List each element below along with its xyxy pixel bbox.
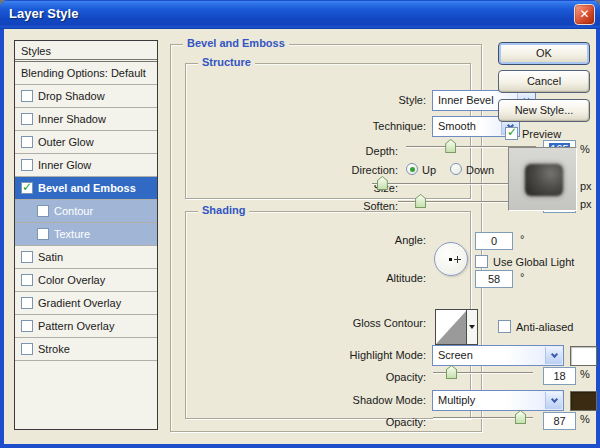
shadow-color-swatch[interactable]	[570, 391, 597, 411]
style-item-checkbox[interactable]	[21, 297, 33, 309]
soften-slider-thumb[interactable]	[415, 194, 426, 208]
style-item-label: Satin	[38, 251, 63, 263]
shading-group: Shading Angle: 0 ° Use Global Light Alti…	[185, 211, 471, 419]
chevron-down-icon	[550, 350, 557, 357]
style-item-checkbox[interactable]	[21, 90, 33, 102]
style-list-item[interactable]: Satin	[15, 246, 157, 269]
style-list-item[interactable]: Gradient Overlay	[15, 292, 157, 315]
opacity1-slider-thumb[interactable]	[446, 365, 457, 379]
style-item-checkbox[interactable]	[37, 205, 49, 217]
cancel-button[interactable]: Cancel	[498, 70, 590, 93]
style-list-item[interactable]: Contour	[15, 200, 157, 223]
altitude-label: Altitude:	[306, 272, 426, 284]
preview-checkbox[interactable]: ✓	[505, 127, 518, 140]
highlight-mode-label: Highlight Mode:	[306, 349, 426, 361]
style-item-checkbox[interactable]	[21, 251, 33, 263]
style-list-item[interactable]: Stroke	[15, 338, 157, 361]
altitude-unit: °	[520, 271, 524, 283]
highlight-dropdown-button[interactable]	[545, 347, 562, 364]
style-item-label: Inner Shadow	[38, 113, 106, 125]
direction-down-radio[interactable]	[450, 163, 462, 175]
check-icon: ✓	[507, 125, 517, 139]
opacity1-unit: %	[580, 368, 590, 380]
style-item-label: Inner Glow	[38, 159, 91, 171]
opacity2-input[interactable]: 87	[543, 412, 576, 430]
shadow-mode-select[interactable]: Multiply	[432, 390, 564, 411]
style-item-checkbox[interactable]	[21, 159, 33, 171]
style-preview-thumbnail	[508, 147, 577, 211]
style-list-item[interactable]: Inner Glow	[15, 154, 157, 177]
angle-dial[interactable]	[434, 242, 468, 276]
style-item-checkbox[interactable]	[21, 274, 33, 286]
preview-label: Preview	[522, 128, 561, 140]
shading-group-title: Shading	[198, 204, 249, 216]
contour-thumbnail	[436, 310, 467, 344]
opacity2-slider-thumb[interactable]	[515, 410, 526, 424]
depth-unit: %	[580, 143, 590, 155]
style-item-label: Pattern Overlay	[38, 320, 114, 332]
dropdown-arrow-icon	[469, 325, 475, 329]
highlight-opacity-slider[interactable]	[433, 364, 533, 380]
highlight-color-swatch[interactable]	[570, 346, 597, 366]
opacity2-label: Opacity:	[306, 416, 426, 428]
depth-slider-thumb[interactable]	[445, 139, 456, 153]
shadow-opacity-slider[interactable]	[433, 409, 533, 425]
style-item-checkbox[interactable]	[21, 113, 33, 125]
style-item-label: Stroke	[38, 343, 70, 355]
style-item-checkbox[interactable]	[21, 136, 33, 148]
style-list-item[interactable]: Pattern Overlay	[15, 315, 157, 338]
list-item-blending-options[interactable]: Blending Options: Default	[15, 62, 157, 85]
styles-list-header: Styles	[15, 41, 157, 62]
depth-label: Depth:	[278, 145, 398, 157]
direction-up-radio[interactable]	[406, 163, 418, 175]
styles-list-items: Drop Shadow Inner Shadow Outer Glow Inne…	[15, 85, 157, 361]
opacity2-unit: %	[580, 413, 590, 425]
title-bar[interactable]: Layer Style ✕	[0, 0, 600, 29]
style-list-item[interactable]: Texture	[15, 223, 157, 246]
style-list-item[interactable]: Outer Glow	[15, 131, 157, 154]
style-item-label: Outer Glow	[38, 136, 94, 148]
angle-unit: °	[520, 233, 524, 245]
technique-label: Technique:	[306, 120, 426, 132]
highlight-mode-select[interactable]: Screen	[432, 345, 564, 366]
anti-aliased-checkbox[interactable]	[498, 320, 511, 333]
angle-label: Angle:	[306, 234, 426, 246]
gloss-contour-picker[interactable]	[435, 309, 478, 345]
bevel-group-title: Bevel and Emboss	[183, 37, 289, 49]
style-list-item[interactable]: ✓ Bevel and Emboss	[15, 177, 157, 200]
angle-input[interactable]: 0	[475, 232, 513, 250]
styles-list: Styles Blending Options: Default Drop Sh…	[14, 40, 158, 430]
crosshair-icon	[454, 259, 461, 260]
chevron-down-icon	[550, 395, 557, 402]
style-item-label: Bevel and Emboss	[38, 182, 136, 194]
size-slider-thumb[interactable]	[377, 176, 388, 190]
contour-dropdown-button[interactable]	[466, 310, 477, 344]
opacity1-label: Opacity:	[306, 371, 426, 383]
structure-group: Structure Style: Inner Bevel Technique: …	[185, 63, 471, 199]
soften-unit: px	[580, 198, 592, 210]
use-global-light-checkbox[interactable]	[475, 255, 488, 268]
style-item-checkbox[interactable]	[21, 320, 33, 332]
use-global-light-label: Use Global Light	[493, 256, 574, 268]
opacity1-input[interactable]: 18	[543, 367, 576, 385]
ok-button[interactable]: OK	[498, 42, 590, 65]
shadow-dropdown-button[interactable]	[545, 392, 562, 409]
style-item-checkbox[interactable]: ✓	[21, 182, 33, 194]
close-icon[interactable]: ✕	[574, 4, 595, 25]
shadow-mode-value: Multiply	[433, 391, 563, 410]
style-item-checkbox[interactable]	[21, 343, 33, 355]
style-item-label: Contour	[54, 205, 93, 217]
dialog-body: Styles Blending Options: Default Drop Sh…	[4, 29, 596, 444]
altitude-input[interactable]: 58	[475, 270, 513, 288]
bevel-and-emboss-group: Bevel and Emboss Structure Style: Inner …	[170, 44, 482, 432]
style-list-item[interactable]: Color Overlay	[15, 269, 157, 292]
structure-group-title: Structure	[198, 56, 255, 68]
style-item-label: Gradient Overlay	[38, 297, 121, 309]
shadow-mode-label: Shadow Mode:	[306, 394, 426, 406]
highlight-mode-value: Screen	[433, 346, 563, 365]
style-list-item[interactable]: Drop Shadow	[15, 85, 157, 108]
layer-style-dialog: Layer Style ✕ Styles Blending Options: D…	[0, 0, 600, 448]
style-list-item[interactable]: Inner Shadow	[15, 108, 157, 131]
new-style-button[interactable]: New Style...	[498, 99, 590, 122]
style-item-checkbox[interactable]	[37, 228, 49, 240]
